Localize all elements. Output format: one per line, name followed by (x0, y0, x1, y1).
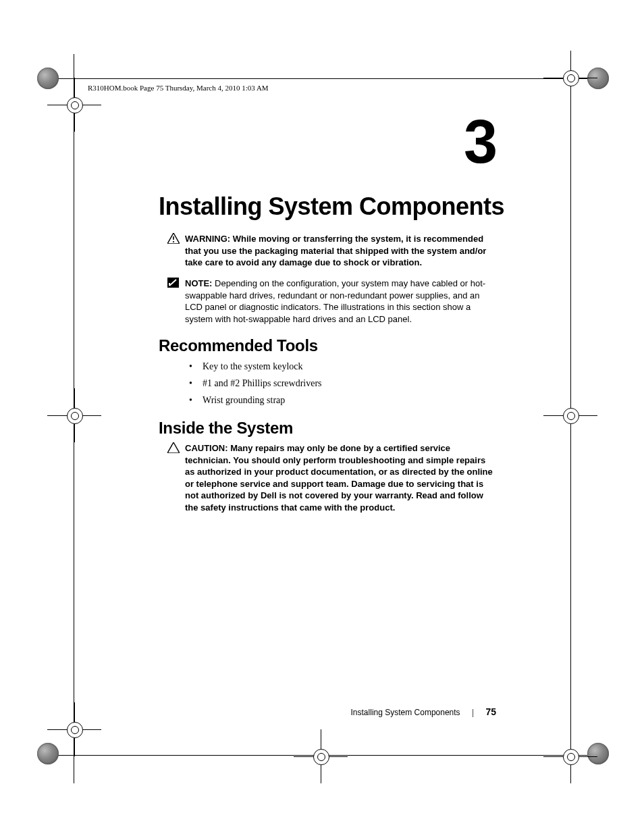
registration-mark-icon (47, 702, 101, 756)
section-heading-inside: Inside the System (159, 419, 293, 438)
list-item: •Wrist grounding strap (189, 392, 493, 409)
crop-line (41, 78, 604, 79)
note-body: Depending on the configuration, your sys… (185, 278, 485, 324)
note-text: NOTE: Depending on the configuration, yo… (184, 277, 495, 325)
bullet-icon: • (189, 358, 203, 375)
page-footer: Installing System Components | 75 (159, 706, 496, 717)
registration-mark-icon (47, 78, 101, 132)
footer-separator: | (462, 708, 483, 717)
registration-mark-icon (543, 729, 597, 783)
warning-icon (167, 233, 182, 244)
svg-marker-4 (167, 442, 180, 453)
caution-label: CAUTION: (185, 443, 228, 453)
list-item: •#1 and #2 Phillips screwdrivers (189, 375, 493, 392)
caution-block: CAUTION: Many repairs may only be done b… (165, 440, 496, 515)
caution-icon (167, 442, 182, 453)
warning-text: WARNING: While moving or transferring th… (184, 232, 495, 269)
footer-title: Installing System Components (351, 708, 460, 717)
warning-block: WARNING: While moving or transferring th… (165, 231, 496, 271)
book-header-line: R310HOM.book Page 75 Thursday, March 4, … (88, 84, 269, 92)
list-item: •Key to the system keylock (189, 358, 493, 375)
svg-point-2 (173, 241, 174, 242)
list-item-text: #1 and #2 Phillips screwdrivers (203, 375, 322, 392)
chapter-number: 3 (159, 111, 496, 172)
registration-mark-icon (543, 388, 597, 442)
registration-mark-icon (294, 729, 348, 783)
tools-bullet-list: •Key to the system keylock •#1 and #2 Ph… (189, 358, 493, 409)
warning-body: While moving or transferring the system,… (185, 234, 486, 267)
caution-body: Many repairs may only be done by a certi… (185, 443, 493, 513)
caution-text: CAUTION: Many repairs may only be done b… (184, 442, 495, 514)
section-heading-tools: Recommended Tools (159, 336, 318, 355)
note-label: NOTE: (185, 278, 212, 288)
list-item-text: Key to the system keylock (203, 358, 303, 375)
note-block: NOTE: Depending on the configuration, yo… (165, 276, 496, 327)
list-item-text: Wrist grounding strap (203, 392, 285, 409)
warning-label: WARNING: (185, 234, 230, 244)
chapter-title: Installing System Components (159, 192, 504, 221)
page-number: 75 (485, 706, 496, 717)
bullet-icon: • (189, 392, 203, 409)
registration-mark-icon (47, 388, 101, 442)
registration-mark-icon (543, 51, 597, 105)
note-icon (167, 278, 182, 288)
bullet-icon: • (189, 375, 203, 392)
